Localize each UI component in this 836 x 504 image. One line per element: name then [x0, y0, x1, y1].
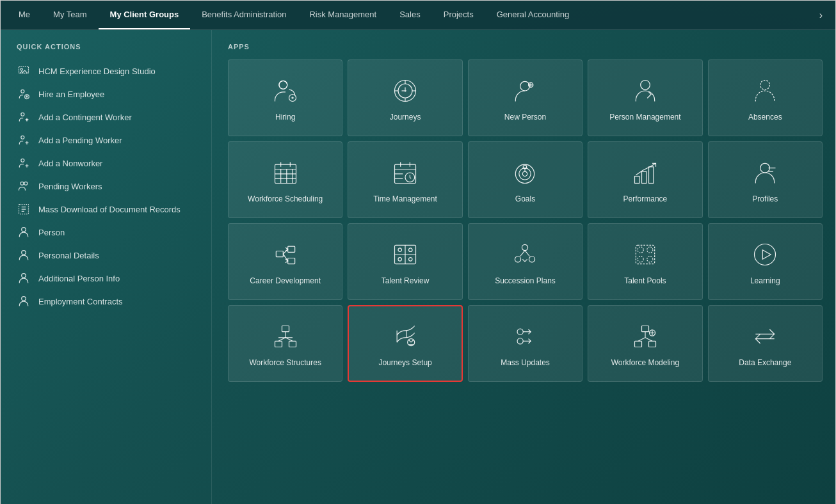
- sidebar-item-pending-workers[interactable]: Pending Workers: [17, 175, 198, 198]
- svg-point-79: [638, 247, 643, 253]
- profiles-icon: [750, 157, 780, 188]
- sidebar-item-personal-details[interactable]: Personal Details: [17, 244, 198, 267]
- app-tile-talent-review[interactable]: Talent Review: [348, 223, 462, 300]
- svg-rect-58: [648, 167, 653, 184]
- svg-point-15: [22, 297, 26, 301]
- nav-item-benefits-administration[interactable]: Benefits Administration: [190, 1, 298, 29]
- journeys-icon: [390, 75, 421, 106]
- sidebar-item-hcm-experience[interactable]: HCM Experience Design Studio: [17, 59, 198, 83]
- nav-more-button[interactable]: ›: [813, 1, 829, 29]
- app-tile-career-development-label: Career Development: [250, 276, 321, 287]
- nav-item-general-accounting[interactable]: General Accounting: [485, 1, 581, 29]
- sidebar-item-add-pending[interactable]: Add a Pending Worker: [17, 129, 198, 152]
- svg-point-71: [409, 248, 413, 252]
- sidebar-item-hcm-experience-label: HCM Experience Design Studio: [38, 67, 156, 76]
- app-tile-learning[interactable]: Learning: [708, 223, 823, 300]
- svg-point-8: [21, 159, 24, 162]
- app-tile-learning-label: Learning: [750, 276, 780, 287]
- app-tile-goals-label: Goals: [515, 194, 535, 205]
- workforce-modeling-icon: [630, 321, 661, 352]
- sidebar-item-person[interactable]: Person: [17, 221, 198, 244]
- app-tile-talent-review-label: Talent Review: [382, 276, 430, 287]
- add-contingent-icon: [17, 110, 31, 124]
- mass-download-icon: [17, 202, 31, 216]
- sidebar-item-mass-download[interactable]: Mass Download of Document Records: [17, 198, 198, 221]
- nav-item-projects[interactable]: Projects: [432, 1, 485, 29]
- app-tile-workforce-scheduling[interactable]: Workforce Scheduling: [228, 141, 342, 218]
- app-tile-goals[interactable]: Goals: [468, 141, 583, 218]
- app-tile-time-management-label: Time Management: [373, 194, 437, 205]
- svg-marker-85: [763, 250, 771, 260]
- sidebar-item-additional-person-info[interactable]: Additional Person Info: [17, 267, 198, 290]
- hcm-experience-icon: [17, 64, 31, 78]
- svg-rect-88: [289, 342, 296, 347]
- app-tile-workforce-modeling[interactable]: Workforce Modeling: [588, 305, 702, 382]
- app-tile-succession-plans[interactable]: Succession Plans: [468, 223, 583, 300]
- personal-details-icon: [17, 248, 31, 262]
- svg-point-80: [647, 247, 653, 253]
- app-tile-journeys-setup[interactable]: Journeys Setup: [348, 305, 462, 382]
- additional-person-info-icon: [17, 271, 31, 285]
- nav-item-me[interactable]: Me: [7, 1, 42, 29]
- nav-item-sales[interactable]: Sales: [388, 1, 432, 29]
- svg-point-53: [523, 171, 527, 176]
- svg-point-14: [22, 274, 26, 278]
- nav-item-risk-management[interactable]: Risk Management: [298, 1, 388, 29]
- app-tile-time-management[interactable]: Time Management: [348, 141, 462, 218]
- performance-icon: [630, 157, 661, 188]
- app-tile-workforce-structures[interactable]: Workforce Structures: [228, 305, 342, 382]
- svg-rect-63: [287, 246, 294, 252]
- sidebar-item-hire-employee[interactable]: Hire an Employee: [17, 83, 198, 106]
- mass-updates-icon: [510, 321, 540, 352]
- add-nonworker-icon: [17, 156, 31, 170]
- app-tile-performance[interactable]: Performance: [588, 141, 702, 218]
- sidebar-item-mass-download-label: Mass Download of Document Records: [38, 205, 181, 214]
- app-tile-succession-plans-label: Succession Plans: [495, 276, 556, 287]
- hire-employee-icon: [17, 87, 31, 101]
- svg-point-2: [21, 90, 24, 93]
- sidebar-item-employment-contracts[interactable]: Employment Contracts: [17, 290, 198, 313]
- page-wrapper: 0101010 0101010 Me My Team My Client Gro…: [0, 0, 836, 504]
- svg-rect-57: [641, 171, 646, 183]
- app-tile-absences[interactable]: Absences: [708, 59, 823, 136]
- app-tile-data-exchange[interactable]: Data Exchange: [708, 305, 823, 382]
- sidebar-item-add-nonworker[interactable]: Add a Nonworker: [17, 152, 198, 175]
- apps-area: APPS Hirin: [212, 30, 835, 504]
- app-tile-talent-pools[interactable]: Talent Pools: [588, 223, 702, 300]
- svg-line-78: [525, 251, 529, 256]
- app-tile-journeys[interactable]: Journeys: [348, 59, 462, 136]
- app-tile-talent-pools-label: Talent Pools: [624, 276, 666, 287]
- app-tile-hiring[interactable]: Hiring: [228, 59, 342, 136]
- svg-point-13: [22, 251, 26, 255]
- svg-rect-83: [636, 246, 654, 264]
- svg-line-90: [278, 338, 285, 342]
- app-tile-workforce-scheduling-label: Workforce Scheduling: [248, 194, 323, 205]
- app-tile-career-development[interactable]: Career Development: [228, 223, 342, 300]
- app-tile-mass-updates[interactable]: Mass Updates: [468, 305, 583, 382]
- top-nav: Me My Team My Client Groups Benefits Adm…: [1, 1, 835, 30]
- app-tile-mass-updates-label: Mass Updates: [501, 358, 550, 368]
- svg-line-91: [285, 338, 293, 342]
- nav-item-my-team[interactable]: My Team: [42, 1, 99, 29]
- svg-point-34: [760, 81, 770, 90]
- workforce-scheduling-icon: [270, 157, 301, 188]
- talent-review-icon: [390, 239, 421, 270]
- career-development-icon: [270, 239, 301, 270]
- svg-line-107: [638, 338, 645, 342]
- nav-item-my-client-groups[interactable]: My Client Groups: [99, 1, 191, 29]
- svg-rect-87: [275, 342, 282, 347]
- sidebar-item-pending-workers-label: Pending Workers: [38, 182, 102, 191]
- app-tile-new-person[interactable]: New Person: [468, 59, 583, 136]
- sidebar-item-employment-contracts-label: Employment Contracts: [38, 297, 123, 306]
- svg-line-97: [411, 340, 414, 343]
- time-management-icon: [390, 157, 421, 188]
- apps-section-title: APPS: [228, 43, 823, 51]
- absences-icon: [750, 75, 780, 106]
- main-content: QUICK ACTIONS HCM Experience Design Stud…: [1, 30, 835, 504]
- app-tile-workforce-structures-label: Workforce Structures: [249, 358, 321, 368]
- app-tile-hiring-label: Hiring: [275, 113, 295, 123]
- app-tile-person-management[interactable]: Person Management: [588, 59, 702, 136]
- sidebar-item-add-contingent[interactable]: Add a Contingent Worker: [17, 106, 198, 129]
- app-tile-profiles[interactable]: Profiles: [708, 141, 823, 218]
- svg-point-72: [398, 258, 402, 262]
